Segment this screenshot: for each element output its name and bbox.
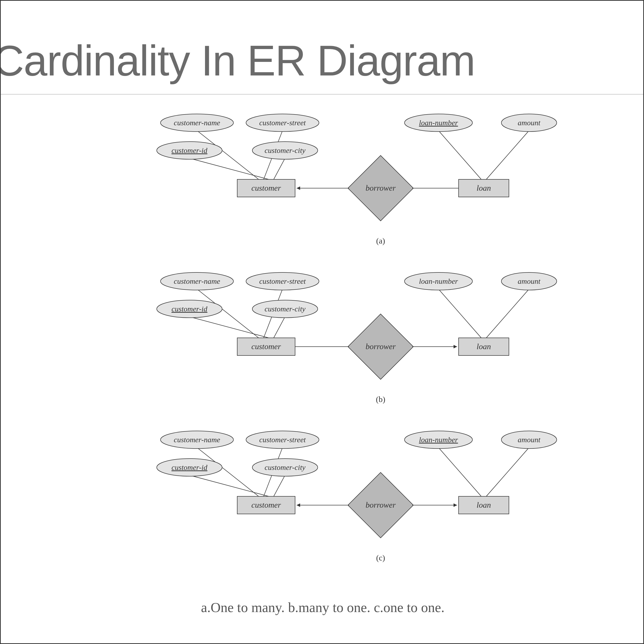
- entity-customer-label: customer: [251, 183, 281, 192]
- rel-line-right-arrowhead: [454, 503, 457, 507]
- loan-attr-line-0: [438, 289, 481, 338]
- divider: [0, 94, 644, 95]
- er-diagram-b: customer-namecustomer-streetcustomer-idc…: [142, 265, 594, 416]
- customer-attr-2-label: customer-id: [172, 146, 208, 154]
- loan-attr-1-label: amount: [518, 277, 541, 285]
- er-diagram-c: customer-namecustomer-streetcustomer-idc…: [142, 423, 594, 574]
- loan-attr-line-1: [486, 448, 529, 496]
- customer-attr-1-label: customer-street: [259, 277, 306, 285]
- relationship-borrower-label: borrower: [366, 342, 396, 351]
- customer-attr-0-label: customer-name: [174, 435, 220, 444]
- caption: a.One to many. b.many to one. c.one to o…: [1, 599, 644, 615]
- entity-customer-label: customer: [251, 500, 281, 509]
- relationship-borrower-label: borrower: [366, 500, 396, 509]
- customer-attr-3-label: customer-city: [265, 146, 306, 154]
- attr-line-3: [274, 158, 285, 179]
- entity-loan-label: loan: [477, 183, 491, 192]
- customer-attr-0-label: customer-name: [174, 277, 220, 285]
- loan-attr-line-1: [486, 289, 529, 338]
- attr-line-3: [274, 317, 285, 338]
- loan-attr-0-label: loan-number: [419, 277, 458, 285]
- loan-attr-line-0: [438, 131, 481, 179]
- loan-attr-1-label: amount: [518, 118, 541, 127]
- page-title: Cardinality In ER Diagram: [0, 36, 475, 85]
- entity-loan-label: loan: [477, 500, 491, 509]
- attr-line-2: [189, 317, 269, 338]
- sublabel: (a): [376, 236, 385, 245]
- loan-attr-0-label: loan-number: [419, 118, 458, 127]
- attr-line-3: [274, 475, 285, 496]
- customer-attr-1-label: customer-street: [259, 118, 306, 127]
- rel-line-left-arrowhead: [297, 503, 300, 507]
- loan-attr-line-0: [438, 448, 481, 496]
- customer-attr-1-label: customer-street: [259, 435, 306, 444]
- sublabel: (c): [376, 553, 385, 562]
- customer-attr-0-label: customer-name: [174, 118, 220, 127]
- rel-line-right-arrowhead: [454, 345, 457, 348]
- rel-line-left-arrowhead: [297, 186, 300, 190]
- sublabel: (b): [376, 395, 385, 404]
- loan-attr-1-label: amount: [518, 435, 541, 444]
- er-diagram-a: customer-namecustomer-streetcustomer-idc…: [142, 106, 594, 257]
- loan-attr-0-label: loan-number: [419, 435, 458, 444]
- customer-attr-2-label: customer-id: [172, 305, 208, 313]
- attr-line-2: [189, 475, 269, 496]
- relationship-borrower-label: borrower: [366, 183, 396, 192]
- customer-attr-3-label: customer-city: [265, 463, 306, 471]
- entity-loan-label: loan: [477, 342, 491, 351]
- customer-attr-3-label: customer-city: [265, 305, 306, 313]
- loan-attr-line-1: [486, 131, 529, 179]
- entity-customer-label: customer: [251, 342, 281, 351]
- attr-line-2: [189, 158, 269, 179]
- customer-attr-2-label: customer-id: [172, 463, 208, 471]
